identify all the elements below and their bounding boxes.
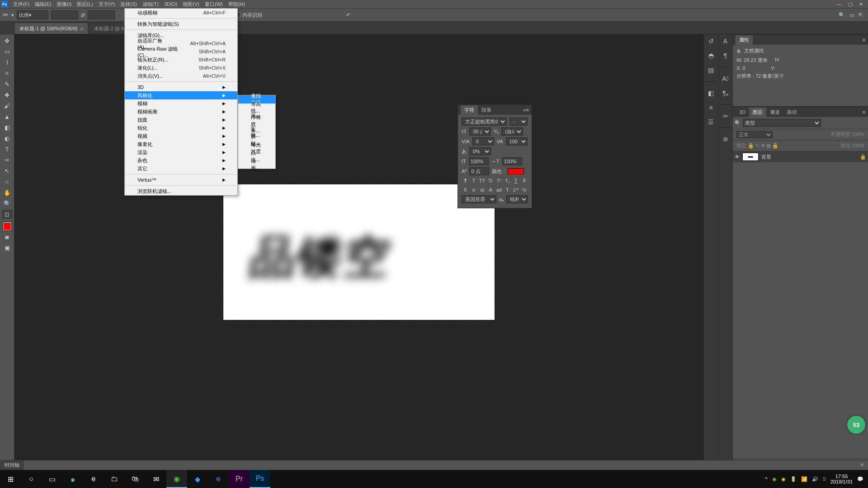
blend-mode-select[interactable]: 正常 [736,131,773,138]
wifi-icon[interactable]: 📶 [801,476,807,482]
vscale-input[interactable] [469,157,489,165]
type-style-buttons[interactable]: TTTTTrTˢTₛTT [462,177,528,184]
filter-convert-smart[interactable]: 转换为智能滤镜(S) [125,20,237,28]
layer-filter-select[interactable]: 类型 [743,119,821,127]
lock-icon[interactable]: 🔒 [860,154,866,160]
wand-tool-icon[interactable]: ✧ [2,69,13,78]
zoom-tool-icon[interactable]: 🔍 [2,199,13,208]
timeline-menu-icon[interactable]: ≡ [856,460,868,469]
modify-icon[interactable]: ✂ [721,112,730,120]
assistant-badge[interactable]: 53 [847,416,865,434]
layer-thumbnail[interactable]: ■■■■ [742,153,759,161]
hscale-input[interactable] [502,157,522,165]
tray-app2-icon[interactable]: ◉ [781,476,786,482]
filter-vertus[interactable]: Vertus™▶ [125,176,237,184]
premiere-icon[interactable]: Pr [229,470,250,488]
panel-menu-icon[interactable]: ≡ [526,107,529,113]
swatches-icon[interactable]: ◓ [707,52,716,60]
menu-select[interactable]: 选择(S) [118,0,140,9]
brushes-icon[interactable]: ☰ [707,118,716,126]
styles-icon[interactable]: ≡ [707,103,716,112]
filter-type-icon[interactable] [841,119,848,127]
font-size-select[interactable]: 30 点 [469,127,491,136]
tray-app1-icon[interactable]: ◉ [772,476,777,482]
brush-tool-icon[interactable]: 🖌 [2,101,13,110]
panel-menu-icon[interactable]: ≡ [863,37,865,42]
menu-edit[interactable]: 编辑(E) [32,0,54,9]
character-tab[interactable]: 字符 [461,105,478,115]
filter-lens-correction[interactable]: 镜头校正(R)...Shift+Ctrl+R [125,56,237,64]
ratio-dropdown[interactable]: 比例 ▾ [17,10,48,19]
properties-tab[interactable]: 属性 [736,35,753,45]
photoshop-icon[interactable]: Ps [250,470,270,488]
canvas[interactable]: 品镂空 [223,184,495,320]
filter-stylize[interactable]: 风格化▶ [125,91,237,99]
menu-3d[interactable]: 3D(D) [161,0,180,8]
start-icon[interactable]: ⊞ [0,470,21,488]
character-icon[interactable]: A [721,37,730,45]
cc-icon[interactable]: ⊚ [721,135,730,143]
filter-video[interactable]: 视频▶ [125,132,237,140]
filter-render[interactable]: 渲染▶ [125,148,237,156]
filter-camera-raw[interactable]: Camera Raw 滤镜(C)...Shift+Ctrl+A [125,47,237,56]
timeline-tab[interactable]: 时间轴 [0,460,24,470]
filter-blur[interactable]: 模糊▶ [125,99,237,108]
cortana-icon[interactable]: ○ [21,470,42,488]
ellipse-tool-icon[interactable]: ○ [2,177,13,186]
filter-noise[interactable]: 杂色▶ [125,156,237,164]
taskview-icon[interactable]: ▭ [42,470,62,488]
tab-close-icon[interactable]: × [80,26,83,32]
move-tool-icon[interactable]: ✥ [2,36,13,45]
filter-blur-gallery[interactable]: 模糊画廊▶ [125,108,237,116]
paragraph-style-icon[interactable]: ¶ₐ [721,89,730,97]
explorer-icon[interactable]: 🗀 [104,470,125,488]
hand-tool-icon[interactable]: ✋ [2,188,13,197]
screenmode-icon[interactable]: ▣ [2,243,13,252]
gradient-tool-icon[interactable]: ◐ [2,134,13,143]
tsume-select[interactable]: 0% [469,147,491,155]
close-icon[interactable]: ✕ [859,1,863,7]
filter-other[interactable]: 其它▶ [125,164,237,173]
stylize-contour[interactable]: 等高线... [238,103,275,112]
notifications-icon[interactable]: 💬 [857,476,863,482]
stamp-tool-icon[interactable]: ▲ [2,112,13,121]
eyedropper-tool-icon[interactable]: ✎ [2,80,13,89]
quickmask-icon[interactable]: ◙ [2,232,13,241]
channels-tab[interactable]: 通道 [766,108,783,117]
text-color-swatch[interactable] [508,168,524,174]
antialias-select[interactable]: 锐利 [506,195,528,203]
filter-liquify[interactable]: 液化(L)...Shift+Ctrl+X [125,64,237,72]
reset-icon[interactable]: ↶ [346,12,350,18]
store-icon[interactable]: 🛍 [125,470,146,488]
menu-image[interactable]: 图像(I) [54,0,74,9]
filter-last[interactable]: 动感模糊Alt+Ctrl+F [125,9,237,17]
filter-vanishing-point[interactable]: 消失点(V)...Alt+Ctrl+V [125,72,237,80]
filter-browse-online[interactable]: 浏览联机滤镜... [125,187,237,195]
type-tool-icon[interactable]: T [2,145,13,154]
panel-menu-icon[interactable]: ≡ [863,109,865,115]
font-family-select[interactable]: 方正超粗黑简体 [462,117,507,126]
doc-tab-1[interactable]: 未标题-1 @ 100%(RGB/8)× [14,23,88,34]
adjustments-icon[interactable]: ◧ [707,89,716,97]
paragraph-tab[interactable]: 段落 [478,105,495,115]
filter-adjust-icon[interactable] [832,119,839,127]
visibility-icon[interactable]: 👁 [735,154,740,160]
ime-icon[interactable]: S [823,476,826,482]
layers-tab[interactable]: 图层 [749,108,766,117]
crop-tool-icon[interactable]: ⊡ [2,210,13,219]
share-icon[interactable]: ⇱ [859,12,863,18]
workspace-icon[interactable]: ▭ [849,12,854,18]
stylize-oil-paint[interactable]: 油画... [238,160,275,169]
filter-distort[interactable]: 扭曲▶ [125,116,237,124]
filter-smart-icon[interactable] [859,119,866,127]
volume-icon[interactable]: 🔊 [812,476,818,482]
layer-name[interactable]: 背景 [761,154,771,160]
path-select-tool-icon[interactable]: ↖ [2,166,13,175]
marquee-tool-icon[interactable]: ▭ [2,47,13,56]
baseline-shift-input[interactable] [469,167,489,175]
menu-window[interactable]: 窗口(W) [202,0,226,9]
swap-icon[interactable]: ⇄ [81,12,85,18]
360-icon[interactable]: ◉ [166,470,187,488]
crop-width-input[interactable] [51,10,78,19]
filter-shape-icon[interactable] [850,119,857,127]
